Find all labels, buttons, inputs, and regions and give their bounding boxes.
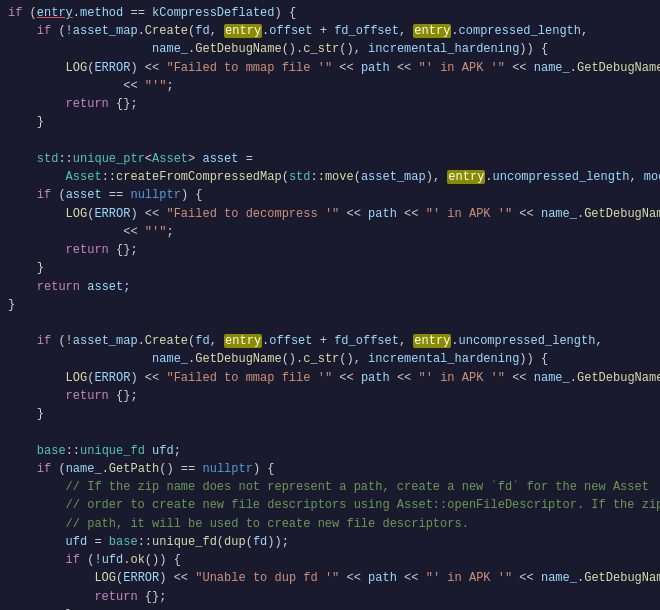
code-line: if (!asset_map.Create(fd, entry.offset +… bbox=[0, 22, 660, 40]
code-line: std::unique_ptr<Asset> asset = bbox=[0, 150, 660, 168]
code-line bbox=[0, 423, 660, 441]
code-line: Asset::createFromCompressedMap(std::move… bbox=[0, 168, 660, 186]
code-line: } bbox=[0, 405, 660, 423]
code-line: return {}; bbox=[0, 588, 660, 606]
code-line: name_.GetDebugName().c_str(), incrementa… bbox=[0, 40, 660, 58]
code-line: << "'"; bbox=[0, 77, 660, 95]
code-line: LOG(ERROR) << "Unable to dup fd '" << pa… bbox=[0, 569, 660, 587]
code-line: return {}; bbox=[0, 387, 660, 405]
code-editor: if (entry.method == kCompressDeflated) {… bbox=[0, 0, 660, 610]
code-line: } bbox=[0, 113, 660, 131]
code-line: if (!asset_map.Create(fd, entry.offset +… bbox=[0, 332, 660, 350]
code-line: // If the zip name does not represent a … bbox=[0, 478, 660, 496]
code-line: << "'"; bbox=[0, 223, 660, 241]
code-line: if (asset == nullptr) { bbox=[0, 186, 660, 204]
code-line: if (name_.GetPath() == nullptr) { bbox=[0, 460, 660, 478]
code-line: LOG(ERROR) << "Failed to decompress '" <… bbox=[0, 205, 660, 223]
code-line: return {}; bbox=[0, 241, 660, 259]
code-line: name_.GetDebugName().c_str(), incrementa… bbox=[0, 350, 660, 368]
code-line: } bbox=[0, 606, 660, 610]
code-line: ufd = base::unique_fd(dup(fd)); bbox=[0, 533, 660, 551]
code-line bbox=[0, 132, 660, 150]
code-line: return asset; bbox=[0, 278, 660, 296]
code-line: LOG(ERROR) << "Failed to mmap file '" <<… bbox=[0, 59, 660, 77]
code-line: } bbox=[0, 259, 660, 277]
code-line: // order to create new file descriptors … bbox=[0, 496, 660, 514]
code-line: base::unique_fd ufd; bbox=[0, 442, 660, 460]
code-line: } bbox=[0, 296, 660, 314]
code-line: LOG(ERROR) << "Failed to mmap file '" <<… bbox=[0, 369, 660, 387]
code-line: // path, it will be used to create new f… bbox=[0, 515, 660, 533]
code-line: return {}; bbox=[0, 95, 660, 113]
code-line: if (!ufd.ok()) { bbox=[0, 551, 660, 569]
code-line: if (entry.method == kCompressDeflated) { bbox=[0, 4, 660, 22]
code-line bbox=[0, 314, 660, 332]
